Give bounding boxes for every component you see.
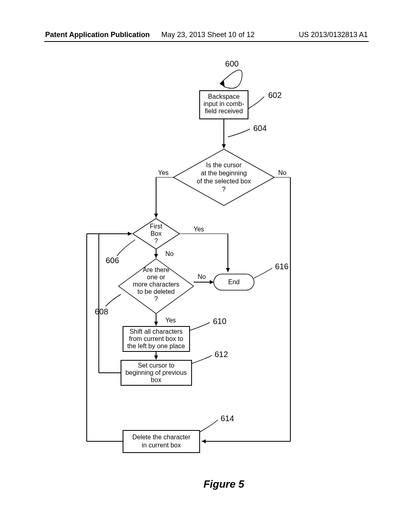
header-right: US 2013/0132813 A1 — [299, 31, 368, 39]
node-610-line3: the left by one place — [127, 343, 185, 349]
node-608-line2: one or — [147, 274, 165, 281]
node-614-line1: Delete the character — [132, 434, 191, 441]
node-606-line3: ? — [154, 237, 158, 244]
node-604 — [173, 149, 274, 206]
label-614: 614 — [221, 414, 234, 423]
header-left: Patent Application Publication — [45, 31, 150, 39]
node-602-line1: Backspace — [208, 93, 240, 100]
node-608-line4: to be deleted — [138, 288, 175, 295]
node-602-line2: input in comb- — [204, 100, 244, 107]
node-608-line1: Are there — [143, 266, 169, 273]
node-614-line2: in current box — [142, 442, 181, 449]
node-602-line3: field received — [205, 108, 243, 114]
label-604: 604 — [253, 124, 267, 133]
node-612-line2: beginning of previous — [125, 369, 187, 376]
edge-604-yes: Yes — [158, 169, 169, 176]
node-608-line5: ? — [154, 295, 158, 302]
flowchart: 600 Backspace input in comb- field recei… — [0, 56, 413, 500]
node-604-line4: ? — [222, 186, 226, 193]
node-604-line1: Is the cursor — [206, 162, 242, 168]
node-604-line3: of the selected box — [197, 178, 251, 185]
edge-608-yes: Yes — [165, 317, 176, 324]
edge-606-no: No — [165, 250, 174, 257]
node-610-line1: Shift all characters — [129, 328, 183, 335]
node-606-line1: First — [150, 223, 163, 230]
label-616: 616 — [275, 262, 288, 271]
node-612-line1: Set cursor to — [138, 362, 175, 369]
label-602: 602 — [268, 91, 282, 100]
label-608: 608 — [95, 307, 108, 316]
node-612-line3: box — [151, 376, 161, 383]
label-610: 610 — [213, 317, 226, 326]
header-center: May 23, 2013 Sheet 10 of 12 — [161, 31, 254, 39]
node-606-line2: Box — [150, 230, 162, 237]
edge-606-yes: Yes — [194, 226, 204, 233]
node-604-line2: at the beginning — [201, 170, 247, 177]
label-612: 612 — [215, 350, 228, 359]
label-606: 606 — [106, 256, 119, 265]
figure-caption: Figure 5 — [203, 478, 244, 490]
edge-604-no: No — [278, 169, 287, 176]
edge-608-no: No — [198, 273, 206, 280]
node-610-line2: from current box to — [129, 335, 183, 342]
label-600: 600 — [225, 59, 238, 68]
node-end-label: End — [228, 278, 240, 285]
node-608-line3: more characters — [133, 281, 179, 288]
